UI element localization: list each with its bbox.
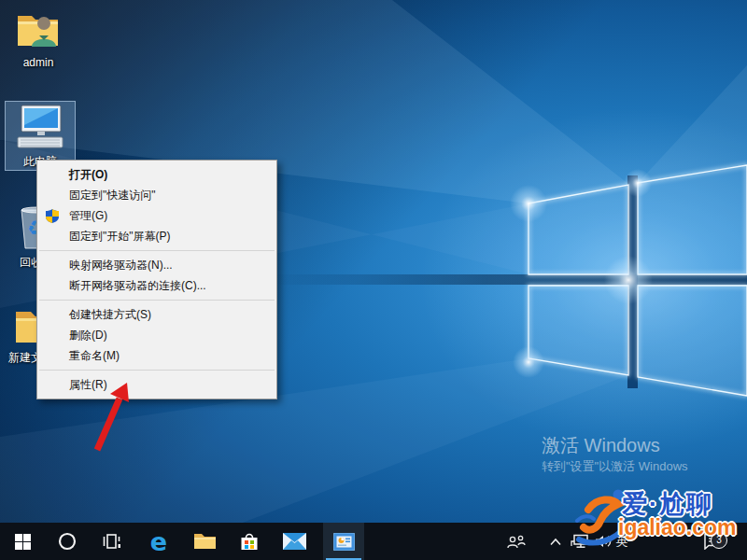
menu-separator	[39, 370, 275, 371]
taskbar: e	[0, 523, 747, 560]
desktop-icon-label: admin	[23, 57, 54, 69]
menu-item-pin-quick-access[interactable]: 固定到"快速访问"	[37, 185, 276, 205]
chevron-up-icon	[549, 538, 562, 546]
network-tray-button[interactable]	[568, 523, 592, 560]
menu-item-manage[interactable]: 管理(G)	[37, 205, 276, 226]
speaker-icon	[595, 535, 613, 548]
menu-item-properties[interactable]: 属性(R)	[37, 374, 276, 395]
menu-item-disconnect-network-drive[interactable]: 断开网络驱动器的连接(C)...	[37, 275, 276, 296]
people-icon	[506, 535, 527, 549]
activate-windows-line2: 转到"设置"以激活 Windows	[542, 457, 688, 476]
system-app-taskbar-button[interactable]	[323, 523, 364, 560]
ime-indicator-label: 英	[616, 533, 628, 550]
menu-item-open[interactable]: 打开(O)	[37, 164, 276, 185]
people-tray-button[interactable]	[504, 523, 529, 560]
volume-tray-button[interactable]	[592, 523, 614, 560]
edge-browser-button[interactable]: e	[140, 523, 177, 560]
menu-item-label: 固定到"快速访问"	[69, 189, 156, 202]
user-folder-icon	[15, 9, 62, 54]
start-button[interactable]	[4, 523, 41, 560]
menu-separator	[39, 300, 275, 301]
menu-item-delete[interactable]: 删除(D)	[37, 325, 276, 345]
windows-logo-icon	[15, 534, 31, 550]
annotation-arrow	[86, 377, 138, 459]
windows-desktop: 激活 Windows 转到"设置"以激活 Windows admin	[0, 0, 747, 560]
menu-item-label: 删除(D)	[69, 329, 107, 342]
task-view-button[interactable]	[93, 523, 131, 560]
menu-item-pin-to-start[interactable]: 固定到"开始"屏幕(P)	[37, 226, 276, 246]
menu-item-create-shortcut[interactable]: 创建快捷方式(S)	[37, 304, 276, 325]
file-explorer-icon	[193, 532, 217, 551]
context-menu: 打开(O) 固定到"快速访问" 管理(G) 固定到"开始"屏幕(P) 映射网络驱…	[36, 160, 277, 399]
menu-item-label: 打开(O)	[69, 168, 107, 181]
cortana-circle-icon	[58, 532, 77, 551]
menu-item-label: 固定到"开始"屏幕(P)	[69, 230, 171, 243]
menu-separator	[39, 250, 275, 251]
ime-language-button[interactable]: 英	[613, 523, 631, 560]
menu-item-label: 创建快捷方式(S)	[69, 308, 151, 321]
activate-windows-watermark: 激活 Windows 转到"设置"以激活 Windows	[542, 433, 688, 476]
cortana-search-button[interactable]	[49, 523, 86, 560]
edge-icon: e	[150, 529, 167, 554]
desktop-icon-admin[interactable]: admin	[4, 9, 73, 69]
store-icon	[239, 531, 260, 552]
tray-overflow-button[interactable]	[545, 523, 566, 560]
this-pc-icon	[13, 105, 67, 153]
file-explorer-button[interactable]	[186, 523, 223, 560]
mail-button[interactable]	[275, 523, 313, 560]
system-window-icon	[333, 533, 355, 551]
microsoft-store-button[interactable]	[231, 523, 268, 560]
ethernet-network-icon	[571, 534, 589, 549]
mail-icon	[283, 533, 306, 550]
menu-item-label: 管理(G)	[69, 209, 107, 222]
menu-item-label: 重命名(M)	[69, 349, 120, 362]
menu-item-label: 断开网络驱动器的连接(C)...	[69, 279, 206, 292]
menu-item-map-network-drive[interactable]: 映射网络驱动器(N)...	[37, 255, 276, 275]
menu-item-rename[interactable]: 重命名(M)	[37, 345, 276, 366]
activate-windows-line1: 激活 Windows	[542, 433, 688, 457]
task-view-icon	[103, 533, 121, 550]
notification-count-badge: 3	[711, 532, 727, 549]
menu-item-label: 映射网络驱动器(N)...	[69, 259, 173, 272]
